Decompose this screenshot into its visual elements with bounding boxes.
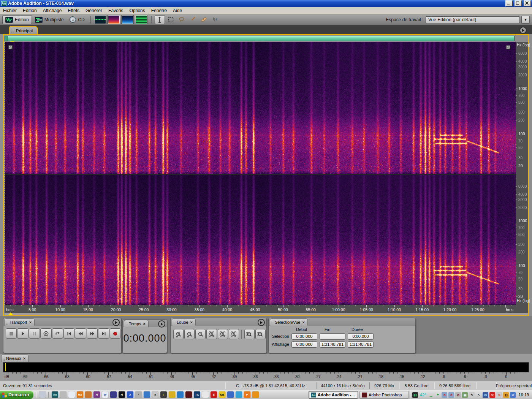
menu-edition[interactable]: Edition	[20, 7, 40, 14]
network-disconnected-icon-2[interactable]: ✕	[448, 392, 454, 398]
onenote-icon[interactable]: N	[93, 391, 100, 398]
zoom-in-horizontal-button[interactable]	[173, 329, 184, 339]
dial-icon[interactable]	[202, 391, 209, 398]
restore-button[interactable]	[515, 0, 522, 6]
taskbar-button-adobe-audition-[interactable]: AuAdobe Audition -...	[309, 391, 358, 399]
sync-error-icon[interactable]: ↻	[489, 392, 495, 398]
spectrogram-right-channel[interactable]	[5, 175, 516, 305]
selection-start-field[interactable]: 0:00.000	[291, 333, 317, 340]
planet-browser-icon[interactable]	[110, 391, 117, 398]
time-panel-menu-button[interactable]	[158, 320, 165, 328]
pointer-icon[interactable]: ↖	[476, 392, 481, 398]
menu-aide[interactable]: Aide	[170, 7, 185, 14]
lasso-selection-tool-button[interactable]	[177, 15, 187, 24]
close-icon[interactable]: ×	[23, 356, 25, 360]
on-screen-keyboard-icon[interactable]	[39, 391, 46, 398]
main-panel-menu-button[interactable]	[519, 27, 527, 34]
ultraedit-icon[interactable]: UE	[219, 391, 225, 398]
pause-button[interactable]	[29, 328, 40, 339]
go-to-beginning-button[interactable]	[63, 328, 74, 339]
selection-end-field[interactable]	[320, 333, 345, 340]
scrub-tool-button[interactable]	[210, 15, 220, 24]
close-icon[interactable]: ×	[302, 320, 304, 324]
marquee-selection-tool-button[interactable]	[166, 15, 176, 24]
waveform-view-button[interactable]	[94, 15, 106, 24]
stop-button[interactable]	[6, 328, 17, 339]
timeline-position-marker[interactable]	[8, 312, 13, 315]
izotope-rx-icon[interactable]: RX	[77, 391, 83, 398]
transport-tab[interactable]: Transport ×	[5, 318, 35, 326]
frequency-ruler[interactable]: Hz (log)60004000300020001000700500300200…	[516, 42, 528, 313]
taskbar-button-adobe-photoshop[interactable]: Adobe Photoshop	[359, 391, 409, 399]
close-icon[interactable]: ×	[29, 320, 32, 324]
zoom-tab[interactable]: Loupe ×	[172, 318, 196, 326]
traktor-icon[interactable]: TC	[194, 391, 200, 398]
netscape-icon[interactable]: N	[119, 391, 125, 398]
close-button[interactable]	[524, 0, 531, 6]
play-from-cursor-button[interactable]	[40, 328, 51, 339]
folder-utility-icon[interactable]: ▱	[510, 392, 516, 398]
zoom-out-horizontal-button[interactable]	[184, 329, 195, 339]
transport-panel-menu-button[interactable]	[112, 319, 120, 326]
ink-utility-icon[interactable]: ◧	[503, 392, 509, 398]
tab-principal[interactable]: Principal	[9, 26, 38, 35]
view-duration-field[interactable]: 1:31:48.781	[348, 341, 374, 348]
menu-fentre[interactable]: Fenêtre	[148, 7, 170, 14]
blocked-device-icon[interactable]: ⊘	[455, 392, 461, 398]
minimize-button[interactable]	[505, 0, 513, 6]
commander-icon[interactable]	[85, 391, 92, 398]
zoom-in-selection-right-button[interactable]	[229, 329, 239, 339]
spectral-frequency-view-button[interactable]	[108, 15, 120, 24]
playhead-cursor[interactable]	[5, 42, 5, 305]
navigator-left-cap[interactable]	[5, 36, 8, 41]
star-tool-icon[interactable]: *	[135, 391, 142, 398]
zoom-in-vertical-button[interactable]	[244, 329, 255, 339]
movie-maker-icon[interactable]: /	[160, 391, 167, 398]
display-settings-icon[interactable]: ▭	[483, 392, 488, 398]
adobe-audition-icon[interactable]: Au	[52, 391, 58, 398]
mail-bird-icon[interactable]	[236, 391, 242, 398]
spectral-phase-view-button[interactable]	[135, 15, 147, 24]
title-bar[interactable]: Au Adobe Audition - STE-014.wav	[0, 0, 532, 7]
ticket-app-icon[interactable]	[144, 391, 150, 398]
menu-gnrer[interactable]: Générer	[82, 7, 105, 14]
pen-tablet-icon[interactable]: ✎	[469, 392, 475, 398]
media-player-icon[interactable]	[252, 391, 259, 398]
selection-duration-field[interactable]: 0:00.000	[348, 333, 374, 340]
cd-view-button[interactable]: CD	[66, 15, 87, 24]
minimized-strip-icon[interactable]: ▁	[428, 392, 434, 398]
spectrogram-left-channel[interactable]	[5, 42, 516, 174]
spectral-display[interactable]	[5, 42, 516, 305]
menu-effets[interactable]: Effets	[65, 7, 82, 14]
word-icon[interactable]: W	[102, 391, 108, 398]
zoom-to-selection-button[interactable]	[206, 329, 217, 339]
level-meter[interactable]	[3, 362, 529, 372]
close-icon[interactable]: ×	[143, 322, 145, 326]
media-player-classic-icon[interactable]	[60, 391, 66, 398]
multitrack-view-button[interactable]: Multipiste	[32, 15, 67, 24]
network-disconnected-icon[interactable]: ✕	[442, 392, 447, 398]
messenger-icon[interactable]	[227, 391, 234, 398]
workspace-dropdown-arrow[interactable]: ▼	[521, 16, 530, 24]
fast-forward-button[interactable]	[87, 328, 98, 339]
time-display[interactable]: 0:00.000	[123, 332, 167, 344]
zoom-out-full-button[interactable]	[195, 329, 206, 339]
currency-monitor-icon[interactable]: S	[496, 392, 502, 398]
directx-tool-icon[interactable]: X	[127, 391, 133, 398]
globe-blue-icon[interactable]	[177, 391, 184, 398]
play-button[interactable]	[17, 328, 28, 339]
play-looped-button[interactable]	[52, 328, 63, 339]
start-button[interactable]: Démarrer	[0, 391, 33, 399]
calculator-icon[interactable]	[68, 391, 75, 398]
spectral-pan-corner-icon[interactable]	[8, 45, 13, 49]
flag-icon[interactable]: ⚑	[435, 392, 440, 398]
menu-favoris[interactable]: Favoris	[105, 7, 126, 14]
menu-fichier[interactable]: Fichier	[0, 7, 20, 14]
pdf-icon[interactable]: P	[244, 391, 250, 398]
horizontal-scroll-navigator[interactable]	[5, 36, 515, 41]
player-pause-icon[interactable]: ❚❚	[412, 392, 418, 398]
view-end-field[interactable]: 1:31:48.781	[320, 341, 345, 348]
go-to-end-button[interactable]	[98, 328, 109, 339]
photoshop-eye-icon[interactable]	[185, 391, 192, 398]
zoom-in-selection-left-button[interactable]	[218, 329, 228, 339]
